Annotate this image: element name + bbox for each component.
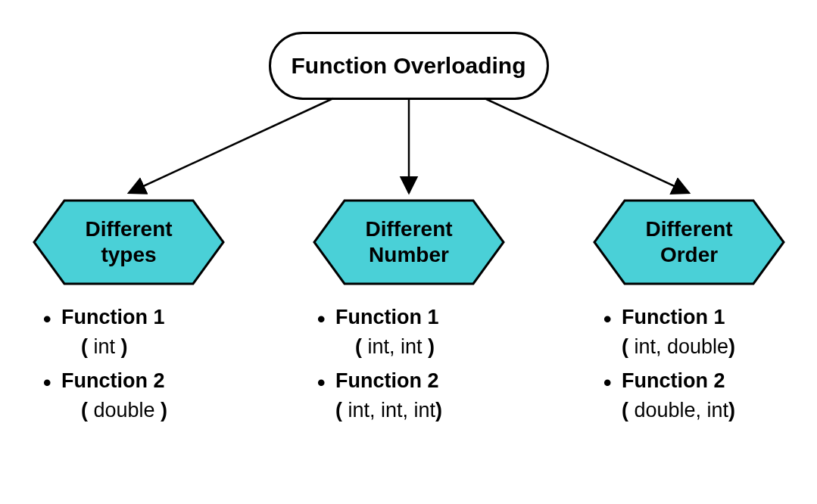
fn-sig: ( int, double) [622, 332, 817, 362]
list-item: Function 1 ( int, double) [602, 303, 817, 362]
paren-open: ( [355, 335, 368, 358]
hex-order: Different Order [591, 197, 787, 288]
params: int, int [368, 335, 423, 358]
fn-sig: ( double ) [61, 396, 269, 425]
details-order: Function 1 ( int, double) Function 2 ( d… [602, 303, 817, 431]
paren-open: ( [81, 399, 94, 422]
paren-close: ) [423, 335, 435, 358]
svg-line-0 [129, 98, 333, 193]
params: double [94, 399, 155, 422]
details-types: Function 1 ( int ) Function 2 ( double ) [42, 303, 269, 431]
paren-close: ) [728, 399, 735, 422]
fn-name: Function 1 [622, 306, 725, 328]
paren-close: ) [115, 335, 128, 358]
hex-label-order-l1: Different [645, 216, 732, 242]
paren-close: ) [155, 399, 168, 422]
hex-label-order-l2: Order [660, 242, 718, 268]
list-item: Function 2 ( double, int) [602, 366, 817, 425]
params: int, int, int [348, 399, 436, 422]
fn-name: Function 2 [61, 369, 165, 392]
paren-close: ) [435, 399, 442, 422]
hex-number: Different Number [310, 197, 507, 288]
hex-label-order: Different Order [591, 197, 787, 288]
root-node: Function Overloading [269, 32, 549, 100]
list-item: Function 1 ( int ) [42, 303, 269, 362]
params: double, int [635, 399, 729, 422]
paren-close: ) [728, 335, 735, 358]
hex-label-types: Different types [30, 197, 227, 288]
fn-name: Function 1 [335, 306, 439, 328]
paren-open: ( [81, 335, 94, 358]
paren-open: ( [335, 399, 348, 422]
hex-label-types-l1: Different [85, 216, 172, 242]
hex-label-number: Different Number [310, 197, 507, 288]
fn-sig: ( int, int ) [335, 332, 558, 362]
params: int [94, 335, 116, 358]
list-item: Function 1 ( int, int ) [316, 303, 558, 362]
fn-sig: ( int ) [61, 332, 269, 362]
fn-sig: ( int, int, int) [335, 396, 558, 425]
hex-types: Different types [30, 197, 227, 288]
paren-open: ( [622, 335, 635, 358]
hex-label-number-l1: Different [365, 216, 452, 242]
params: int, double [635, 335, 729, 358]
fn-name: Function 2 [335, 369, 439, 392]
hex-label-number-l2: Number [369, 242, 449, 268]
hex-label-types-l2: types [101, 242, 156, 268]
fn-name: Function 2 [622, 369, 725, 392]
list-item: Function 2 ( double ) [42, 366, 269, 425]
svg-line-2 [485, 98, 689, 193]
fn-name: Function 1 [61, 306, 165, 328]
details-number: Function 1 ( int, int ) Function 2 ( int… [316, 303, 558, 431]
list-item: Function 2 ( int, int, int) [316, 366, 558, 425]
paren-open: ( [622, 399, 635, 422]
root-title: Function Overloading [291, 53, 525, 79]
fn-sig: ( double, int) [622, 396, 817, 425]
